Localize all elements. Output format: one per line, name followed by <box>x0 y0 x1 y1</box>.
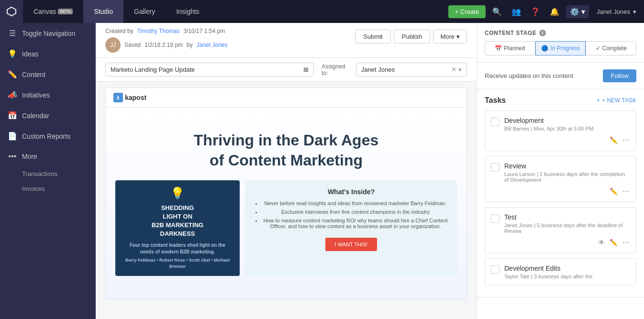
preview-area: k kapost Thriving in the Dark Agesof Con… <box>96 82 477 319</box>
saved-by-prefix: by <box>187 42 193 48</box>
task-more-review[interactable]: ⋯ <box>622 187 630 196</box>
follow-section: Receive updates on this content Follow <box>477 63 644 89</box>
transactions-label: Transactions <box>22 170 57 177</box>
content-area: Created by Timothy Thomas 3/10/17 1:54 p… <box>96 23 477 319</box>
stage-info-icon[interactable]: i <box>539 30 546 36</box>
task-assignee-development-edits: Taylor Tate <box>504 274 530 279</box>
created-date: 3/10/17 1:54 pm <box>183 28 225 34</box>
task-edit-review[interactable]: ✏️ <box>609 187 619 196</box>
assigned-chevron-icon[interactable]: ▾ <box>458 66 462 73</box>
stage-label: CONTENT STAGE <box>485 30 536 36</box>
saved-by-link[interactable]: Janet Jones <box>197 42 228 48</box>
task-actions-development: ✏️ ⋯ <box>491 135 630 145</box>
task-assignee-review: Laura Larson <box>504 171 535 177</box>
task-checkbox-test[interactable] <box>491 214 500 223</box>
user-name: Janet Jones <box>597 8 630 15</box>
sidebar-item-custom-reports[interactable]: 📄 Custom Reports <box>0 126 96 146</box>
stage-tab-planned[interactable]: 📅 Planned <box>485 41 535 55</box>
tasks-header: Tasks + + NEW TASK <box>485 96 636 105</box>
sidebar-item-calendar[interactable]: 📅 Calendar <box>0 105 96 126</box>
app-logo[interactable] <box>0 0 23 23</box>
stage-tab-in-progress[interactable]: 🔵 In Progress <box>535 41 586 55</box>
clear-assigned-icon[interactable]: ✕ <box>451 66 456 73</box>
stage-tab-complete[interactable]: ✓ Complete <box>586 41 636 55</box>
content-icon: ✏️ <box>8 70 17 79</box>
stage-tabs: 📅 Planned 🔵 In Progress ✓ Complete <box>485 41 636 55</box>
new-task-button[interactable]: + + NEW TASK <box>597 97 636 104</box>
task-actions-test: 👁 ✏️ ⋯ <box>491 238 630 247</box>
task-card-development-edits: Development Edits Taylor Tate | 3 busine… <box>485 258 636 286</box>
users-icon[interactable]: 👥 <box>509 4 524 19</box>
right-panel: CONTENT STAGE i 📅 Planned 🔵 In Progress … <box>477 23 644 319</box>
sidebar-more-label: More <box>22 153 37 160</box>
tab-insights[interactable]: Insights <box>166 0 210 23</box>
preview-image-row: 💡 SHEDDINGLIGHT ONB2B MARKETINGDARKNESS … <box>115 180 457 276</box>
preview-card: k kapost Thriving in the Dark Agesof Con… <box>105 88 467 299</box>
user-chevron: ▾ <box>633 8 636 15</box>
task-eye-test[interactable]: 👁 <box>597 238 606 247</box>
follow-button[interactable]: Follow <box>603 69 636 82</box>
sidebar-item-ideas[interactable]: 💡 Ideas <box>0 44 96 64</box>
bullet-item-2: Exclusive interviews from five content c… <box>262 209 449 215</box>
sidebar-item-content[interactable]: ✏️ Content <box>0 64 96 85</box>
sidebar-item-initiatives[interactable]: 📣 Initiatives <box>0 85 96 105</box>
canvas-label-text: Canvas <box>33 8 56 15</box>
cta-button[interactable]: I WANT THIS! <box>325 238 378 251</box>
tab-gallery[interactable]: Gallery <box>123 0 166 23</box>
publish-button[interactable]: Publish <box>394 30 431 44</box>
user-info[interactable]: Janet Jones ▾ <box>593 8 636 15</box>
task-checkbox-development[interactable] <box>491 118 500 126</box>
bullet-item-1: Never before read insights and ideas fro… <box>262 200 449 206</box>
task-checkbox-development-edits[interactable] <box>491 265 500 274</box>
sidebar-toggle[interactable]: ☰ Toggle Navigation <box>0 23 96 44</box>
sidebar-item-more[interactable]: ••• More <box>0 146 96 166</box>
ideas-icon: 💡 <box>8 49 17 58</box>
preview-content: Thriving in the Dark Agesof Content Mark… <box>106 108 466 299</box>
sidebar-sub-invoices[interactable]: Invoices <box>0 181 96 196</box>
task-checkbox-review[interactable] <box>491 163 500 172</box>
tab-studio[interactable]: Studio <box>83 0 123 23</box>
task-due-development-edits: 3 business days after the <box>534 274 592 279</box>
sidebar-sub-transactions[interactable]: Transactions <box>0 166 96 181</box>
create-button[interactable]: + Create <box>448 5 486 18</box>
task-due-development: Mon, Apr 30th at 5:00 PM <box>534 126 594 132</box>
follow-text: Receive updates on this content <box>485 72 573 79</box>
assigned-field[interactable]: Janet Jones ✕ ▾ <box>356 63 467 77</box>
task-name-review: Review <box>504 162 630 170</box>
task-card-test: Test Janet Jones | 5 business days after… <box>485 207 636 253</box>
tab-canvas[interactable]: Canvas BETA <box>23 0 83 23</box>
assigned-user-value: Janet Jones <box>361 66 395 73</box>
tasks-title: Tasks <box>485 96 506 105</box>
main-layout: ☰ Toggle Navigation 💡 Ideas ✏️ Content 📣… <box>0 23 644 319</box>
content-actions: Submit Publish More ▾ <box>355 30 467 44</box>
preview-header: k kapost <box>106 88 466 108</box>
created-by-label: Created by <box>105 28 133 34</box>
assigned-section: Assigned to: Janet Jones ✕ ▾ <box>322 63 467 77</box>
task-edit-development[interactable]: ✏️ <box>609 135 619 145</box>
task-name-development-edits: Development Edits <box>504 264 630 272</box>
more-button[interactable]: More ▾ <box>433 30 467 44</box>
task-meta-development-edits: Taylor Tate | 3 business days after the <box>504 274 630 279</box>
created-by-row: Created by Timothy Thomas 3/10/17 1:54 p… <box>105 28 228 34</box>
task-more-development[interactable]: ⋯ <box>622 135 630 145</box>
task-assignee-development: Bill Barnes <box>504 126 530 132</box>
notifications-icon[interactable]: 🔔 <box>547 4 562 19</box>
follow-row: Receive updates on this content Follow <box>485 69 636 82</box>
bullet-list: Never before read insights and ideas fro… <box>253 200 449 232</box>
tasks-section: Tasks + + NEW TASK Development Bill Barn… <box>477 89 644 297</box>
planned-icon: 📅 <box>495 45 502 52</box>
search-icon[interactable]: 🔍 <box>489 4 505 19</box>
task-more-test[interactable]: ⋯ <box>622 238 630 247</box>
new-task-plus-icon: + <box>597 97 600 104</box>
task-actions-review: ✏️ ⋯ <box>491 187 630 196</box>
top-nav: Canvas BETA Studio Gallery Insights + Cr… <box>0 0 644 23</box>
task-name-development: Development <box>504 117 630 124</box>
avatar: JJ <box>105 37 121 53</box>
help-icon[interactable]: ❓ <box>528 4 543 19</box>
author-link[interactable]: Timothy Thomas <box>137 28 180 34</box>
task-edit-test[interactable]: ✏️ <box>609 238 619 247</box>
task-meta-review: Laura Larson | 2 business days after the… <box>504 171 630 183</box>
settings-icon-wrap[interactable]: ⚙️ ▾ <box>566 5 589 18</box>
title-field[interactable]: Marketo Landing Page Update ⊞ <box>105 63 314 77</box>
submit-button[interactable]: Submit <box>355 30 390 44</box>
